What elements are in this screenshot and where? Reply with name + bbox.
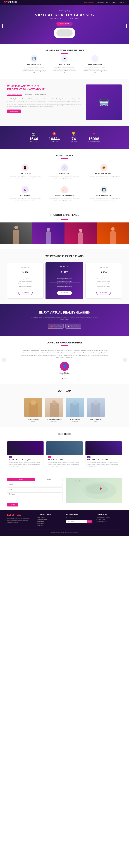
nav-link-gallery[interactable]: GALLERY bbox=[98, 2, 104, 3]
footer-email[interactable]: info@ltvirtual.com bbox=[96, 521, 122, 522]
blog-post-title-2[interactable]: PIMAX Received at CJ bbox=[46, 459, 83, 462]
stat-awards: 🏆 74 AWARDS bbox=[65, 129, 82, 145]
vr-features-row: 🔄 360° ANGLE VIEW Lorem ipsum socia adui… bbox=[7, 55, 122, 74]
plan-name-a: MODEL A bbox=[11, 267, 40, 269]
hero-prev-btn[interactable]: ‹ bbox=[2, 24, 3, 28]
what-tab-vr[interactable]: Virtual Reality bbox=[24, 93, 33, 96]
blog-image-2 bbox=[46, 441, 83, 455]
how-title-enjoy: ENJoY With PRODUCT bbox=[88, 173, 120, 175]
testimonial-next-button[interactable]: › bbox=[123, 358, 127, 362]
blog-likes-3: 2 Likes • 3 Comments bbox=[94, 466, 105, 467]
stat-number-awards: 74 bbox=[71, 136, 77, 141]
what-tab-ar[interactable]: Augmented Reality bbox=[34, 93, 46, 96]
footer-link-5[interactable]: Contact Us bbox=[37, 525, 63, 526]
google-play-icon: ▶ bbox=[68, 325, 70, 327]
contact-send-button[interactable]: SEND bbox=[7, 503, 18, 506]
plan-price-a: $ 100 bbox=[11, 270, 40, 276]
store-buttons: 🍎 Apple Play ▶ Google Play bbox=[7, 323, 122, 329]
testimonial-role: Designer bbox=[20, 374, 109, 375]
plan-buy-button-b[interactable]: BUY NOW bbox=[57, 291, 72, 295]
contact-email-input[interactable] bbox=[7, 488, 63, 491]
feature-title-warranty: 5YRS WARRANTY bbox=[82, 64, 107, 65]
nav-link-shop[interactable]: SHOP bbox=[112, 2, 117, 3]
plan-feature: Feature placeholder three bbox=[11, 283, 40, 285]
footer-bottom: Copyright © 2018 ELT Virtual. All Rights… bbox=[7, 530, 122, 533]
footer-subscribe-button[interactable]: GO bbox=[87, 520, 92, 523]
how-title-signup: SING UP NOW bbox=[9, 173, 41, 175]
plan-buy-button-a[interactable]: BUY NOW bbox=[18, 291, 33, 295]
plans-title: WE PROVIDE FLEXIBLE PLANS bbox=[7, 255, 122, 257]
plan-price-b: $ 150 bbox=[49, 269, 80, 275]
team-title: OUR TEAM bbox=[7, 390, 122, 392]
plan-feature: Feature placeholder two bbox=[49, 280, 80, 283]
apple-store-button[interactable]: 🍎 Apple Play bbox=[48, 323, 63, 329]
blog-meta-1: Jun 12, 2018 1 Likes • 2 Comments bbox=[7, 466, 44, 469]
feature-desc-easy: Lorem ipsum socia aduis consectetur adip… bbox=[52, 66, 77, 74]
blog-meta-3: Jul 05, 2018 2 Likes • 3 Comments bbox=[85, 466, 122, 469]
testimonial-prev-button[interactable]: ‹ bbox=[2, 358, 6, 362]
team-name-4: ALEX CERBIN bbox=[87, 419, 105, 421]
how-desc-adjustable: Pellentesque auctor neque nec urna. Proi… bbox=[9, 197, 41, 201]
contact-name-input[interactable] bbox=[7, 483, 63, 487]
footer-col4-title: LT CONTACTS bbox=[96, 514, 122, 516]
blog-date-1: Jun 12, 2018 bbox=[9, 466, 15, 467]
feature-icon-warranty: 🛡 bbox=[92, 55, 99, 62]
feature-desc-warranty: Lorem ipsum socia aduis consectetur adip… bbox=[82, 66, 107, 74]
footer: ELT VIRTUAL Lorem ipsum dolor sit amet c… bbox=[0, 510, 129, 536]
how-desc-effect: Pellentesque auctor neque nec urna. Proi… bbox=[48, 197, 81, 201]
what-tab-vrc[interactable]: Virtual Reality Connector bbox=[7, 93, 22, 96]
dot-1[interactable] bbox=[62, 378, 63, 379]
plan-buy-button-pro[interactable]: BUY NOW bbox=[96, 291, 111, 295]
nav-link-reality[interactable]: WHAT'S REALITY bbox=[84, 2, 95, 3]
how-step-2: 🛒 BUY PRODUCT Pellentesque auctor neque … bbox=[47, 162, 82, 181]
nav-link-blog[interactable]: BLOG bbox=[106, 2, 110, 3]
testimonial-name: Jane Martin bbox=[20, 372, 109, 374]
footer-email-input[interactable] bbox=[66, 520, 87, 523]
vr-perspective-section: VR WITH BETTER PERSPECTIVE 🔄 360° ANGLE … bbox=[0, 44, 129, 79]
svg-text:Cape Town: Cape Town bbox=[75, 480, 82, 482]
google-play-button[interactable]: ▶ Google Play bbox=[66, 323, 81, 329]
how-icon-resolution: 🔲 bbox=[100, 186, 107, 193]
team-member-4: ALEX CERBIN CEO bbox=[87, 398, 105, 422]
team-photo-3 bbox=[66, 398, 84, 417]
feature-icon-360: 🔄 bbox=[30, 55, 37, 62]
product-exp-section: PRODUCT EXPERIENCE bbox=[0, 208, 129, 249]
plan-feature: Feature placeholder four bbox=[11, 285, 40, 288]
footer-link-3[interactable]: Mixed Reality bbox=[37, 521, 63, 522]
what-desc-2: consequat. Duis aute irure dolor in repr… bbox=[7, 104, 82, 108]
hero-next-btn[interactable]: › bbox=[126, 24, 127, 28]
plan-feature: Feature placeholder one bbox=[49, 277, 80, 280]
how-step-4: ⚙ ADJUSTABLE Pellentesque auctor neque n… bbox=[7, 184, 43, 203]
stat-ormore: 🎯 16444 OR MORE bbox=[43, 129, 65, 145]
map-background: Cape Town bbox=[66, 478, 122, 503]
contact-message-input[interactable] bbox=[7, 492, 63, 501]
blog-image-1 bbox=[7, 441, 44, 455]
dot-3[interactable] bbox=[66, 378, 67, 379]
contact-tab-pages[interactable]: Pages bbox=[7, 478, 35, 481]
exp-images-row bbox=[0, 222, 129, 244]
nav-link-contact[interactable]: CONTACT bbox=[119, 2, 125, 3]
footer-link-2[interactable]: Augmented Reality bbox=[37, 519, 63, 520]
stat-label-awards: AWARDS bbox=[71, 141, 77, 143]
footer-copyright: Copyright © 2018 ELT Virtual. All Rights… bbox=[50, 531, 78, 533]
how-title-adjustable: ADJUSTABLE bbox=[9, 195, 41, 196]
what-read-more-button[interactable]: READ MORE bbox=[7, 110, 21, 113]
blog-card-3: VR All For VR News From CJ 2018 Lorem ip… bbox=[85, 441, 122, 469]
feature-title-easy: EASY TO USE bbox=[52, 64, 77, 65]
stat-icon-clients: ❤ bbox=[87, 132, 100, 136]
blog-post-title-1[interactable]: How VR Is Become Tracking VR? bbox=[7, 459, 44, 462]
team-photo-4 bbox=[87, 398, 105, 417]
stat-label-ormore: OR MORE bbox=[49, 141, 60, 143]
team-role-1: Design bbox=[24, 421, 42, 422]
blog-post-desc-3: Lorem ipsum dolor sit amet consectetur a… bbox=[85, 462, 122, 466]
footer-link-1[interactable]: Virtual Reality bbox=[37, 517, 63, 518]
enjoy-title: ENJOY VIRTUAL-REALITY GLASSES bbox=[7, 311, 122, 314]
blog-post-title-3[interactable]: All For VR News From CJ 2018 bbox=[85, 459, 122, 462]
how-step-3: 😊 ENJoY With PRODUCT Pellentesque auctor… bbox=[86, 162, 122, 181]
dot-2[interactable] bbox=[64, 378, 65, 379]
how-desc-signup: Pellentesque auctor neque nec urna. Proi… bbox=[9, 175, 41, 179]
contact-tab-sitemap[interactable]: Sitemap bbox=[35, 478, 63, 481]
map-container: Cape Town bbox=[66, 478, 122, 503]
footer-link-4[interactable]: Latest News bbox=[37, 523, 63, 524]
plan-price-pro: $ 250 bbox=[89, 270, 118, 276]
